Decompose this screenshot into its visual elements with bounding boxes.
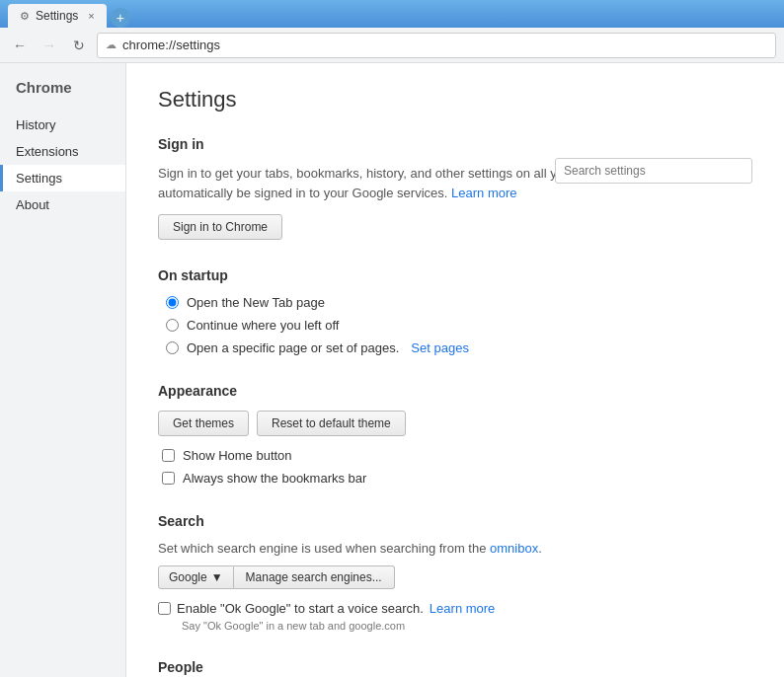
appearance-section: Appearance Get themes Reset to default t… [158,383,752,486]
startup-option-continue[interactable]: Continue where you left off [166,318,752,333]
ok-google-learn-more-link[interactable]: Learn more [430,601,495,616]
search-engine-controls: Google ▼ Manage search engines... [158,565,752,589]
signin-section-title: Sign in [158,136,752,152]
navigation-bar: ← → ↻ ☁ chrome://settings [0,28,784,63]
back-button[interactable]: ← [8,34,32,57]
get-themes-button[interactable]: Get themes [158,411,249,436]
show-home-checkbox[interactable] [162,449,175,462]
people-section-title: People [158,659,752,675]
signin-section: Sign in Sign in to get your tabs, bookma… [158,136,752,240]
sidebar-item-extensions[interactable]: Extensions [0,138,125,165]
active-tab[interactable]: ⚙ Settings × [8,4,107,28]
appearance-checkboxes: Show Home button Always show the bookmar… [162,448,752,486]
startup-section-title: On startup [158,267,752,283]
sidebar-item-settings[interactable]: Settings [0,165,125,191]
tab-label: Settings [36,9,78,23]
tab-close-button[interactable]: × [88,10,94,22]
startup-section: On startup Open the New Tab page Continu… [158,267,752,355]
new-tab-button[interactable]: + [111,8,130,28]
startup-radio-new-tab[interactable] [166,296,179,309]
theme-buttons: Get themes Reset to default theme [158,411,752,436]
signin-learn-more-link[interactable]: Learn more [451,186,516,200]
show-home-option[interactable]: Show Home button [162,448,752,463]
startup-radio-continue[interactable] [166,319,179,332]
search-description: Set which search engine is used when sea… [158,541,752,556]
content-area: Settings Sign in Sign in to get your tab… [126,63,784,677]
startup-radio-group: Open the New Tab page Continue where you… [166,295,752,355]
ok-google-row: Enable "Ok Google" to start a voice sear… [158,601,752,616]
address-bar[interactable]: ☁ chrome://settings [97,33,776,58]
address-icon: ☁ [106,38,117,51]
sidebar: Chrome History Extensions Settings About [0,63,126,677]
tab-bar: ⚙ Settings × + [8,0,130,28]
search-section: Search Set which search engine is used w… [158,513,752,632]
address-text: chrome://settings [122,38,220,52]
page-title: Settings [158,87,237,113]
main-layout: Chrome History Extensions Settings About… [0,63,784,677]
manage-engines-button[interactable]: Manage search engines... [234,565,395,589]
sidebar-item-about[interactable]: About [0,191,125,218]
ok-google-hint: Say "Ok Google" in a new tab and google.… [182,620,752,632]
startup-option-specific[interactable]: Open a specific page or set of pages. Se… [166,340,752,355]
show-bookmarks-option[interactable]: Always show the bookmarks bar [162,471,752,486]
sidebar-item-history[interactable]: History [0,112,125,138]
search-section-title: Search [158,513,752,529]
forward-button[interactable]: → [38,34,61,57]
show-bookmarks-checkbox[interactable] [162,472,175,485]
dropdown-arrow-icon: ▼ [211,570,223,584]
tab-favicon: ⚙ [20,10,30,23]
set-pages-link[interactable]: Set pages [411,340,469,355]
startup-radio-specific[interactable] [166,341,179,354]
search-engine-select[interactable]: Google ▼ [158,565,234,589]
people-section: People [158,659,752,675]
reset-theme-button[interactable]: Reset to default theme [257,411,406,436]
header-row: Settings [158,87,752,136]
sidebar-brand: Chrome [0,79,125,112]
search-settings-input[interactable] [555,158,752,184]
ok-google-checkbox[interactable] [158,602,171,615]
omnibox-link[interactable]: omnibox [490,541,538,556]
browser-titlebar: ⚙ Settings × + [0,0,784,28]
signin-button[interactable]: Sign in to Chrome [158,214,282,240]
startup-option-new-tab[interactable]: Open the New Tab page [166,295,752,310]
refresh-button[interactable]: ↻ [67,34,91,57]
search-engine-selected: Google [169,570,207,584]
appearance-section-title: Appearance [158,383,752,399]
